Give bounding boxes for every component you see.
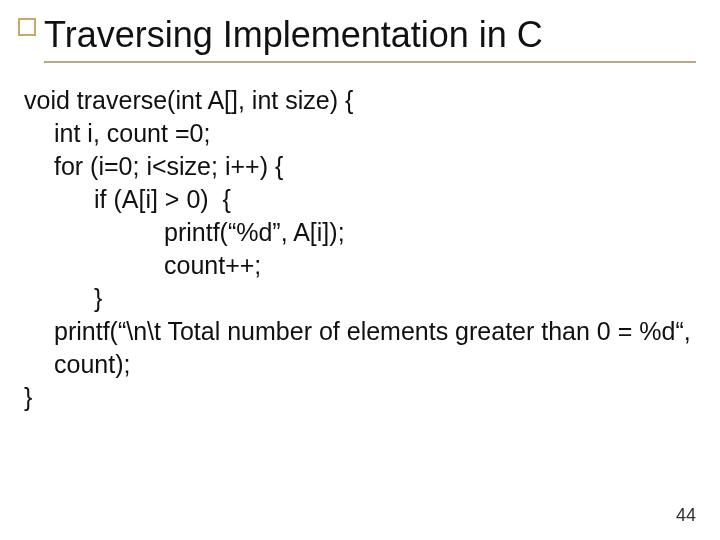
code-line: } bbox=[24, 282, 696, 315]
code-line: int i, count =0; bbox=[24, 117, 696, 150]
code-line: for (i=0; i<size; i++) { bbox=[24, 150, 696, 183]
code-line: printf(“\n\t Total number of elements gr… bbox=[24, 315, 696, 381]
code-line: } bbox=[24, 381, 696, 414]
code-line: if (A[i] > 0) { bbox=[24, 183, 696, 216]
code-line: count++; bbox=[24, 249, 696, 282]
page-number: 44 bbox=[676, 505, 696, 526]
code-line: printf(“%d”, A[i]); bbox=[24, 216, 696, 249]
title-wrap: Traversing Implementation in C bbox=[44, 14, 696, 63]
code-block: void traverse(int A[], int size) { int i… bbox=[24, 84, 696, 414]
title-rule bbox=[44, 61, 696, 63]
code-line: void traverse(int A[], int size) { bbox=[24, 84, 696, 117]
slide: Traversing Implementation in C void trav… bbox=[0, 0, 720, 540]
slide-title: Traversing Implementation in C bbox=[44, 14, 696, 55]
corner-accent-icon bbox=[18, 18, 36, 36]
